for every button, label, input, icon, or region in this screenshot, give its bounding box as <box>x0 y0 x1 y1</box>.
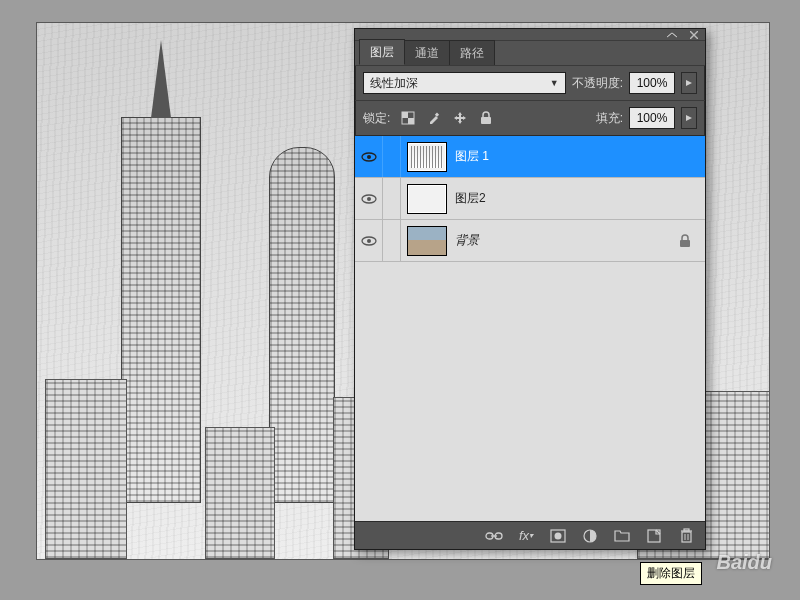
link-col[interactable] <box>383 178 401 219</box>
building-2 <box>269 147 335 503</box>
collapse-icon[interactable] <box>665 31 679 39</box>
svg-rect-3 <box>435 113 439 117</box>
svg-point-16 <box>555 532 562 539</box>
trash-icon[interactable] <box>677 527 695 545</box>
lock-paint-icon[interactable] <box>426 110 442 126</box>
visibility-toggle[interactable] <box>355 178 383 219</box>
svg-point-6 <box>367 155 371 159</box>
mask-icon[interactable] <box>549 527 567 545</box>
layer-thumbnail[interactable] <box>407 142 447 172</box>
link-col[interactable] <box>383 220 401 261</box>
lock-transparency-icon[interactable] <box>400 110 416 126</box>
layer-row-1[interactable]: 图层 1 <box>355 136 705 178</box>
fill-input[interactable]: 100% <box>629 107 675 129</box>
opacity-input[interactable]: 100% <box>629 72 675 94</box>
opacity-label: 不透明度: <box>572 75 623 92</box>
svg-rect-4 <box>481 117 491 124</box>
svg-rect-2 <box>408 118 414 124</box>
opacity-flyout[interactable] <box>681 72 697 94</box>
tooltip-delete-layer: 删除图层 <box>640 562 702 585</box>
watermark: Baidu <box>716 551 772 574</box>
tab-channels[interactable]: 通道 <box>404 40 450 65</box>
layer-thumbnail[interactable] <box>407 184 447 214</box>
close-icon[interactable] <box>687 31 701 39</box>
link-layers-icon[interactable] <box>485 527 503 545</box>
svg-rect-21 <box>684 529 689 531</box>
lock-move-icon[interactable] <box>452 110 468 126</box>
svg-rect-1 <box>402 112 408 118</box>
lock-fill-row: 锁定: 填充: 100% <box>355 100 705 135</box>
blend-opacity-row: 线性加深 ▼ 不透明度: 100% <box>355 65 705 100</box>
panel-tabs: 图层 通道 路径 <box>355 41 705 65</box>
layers-panel: 图层 通道 路径 线性加深 ▼ 不透明度: 100% 锁定: <box>354 28 706 550</box>
chevron-down-icon: ▼ <box>550 78 559 88</box>
layers-list: 图层 1 图层2 背景 <box>355 135 705 521</box>
layer-row-2[interactable]: 图层2 <box>355 178 705 220</box>
new-layer-icon[interactable] <box>645 527 663 545</box>
group-icon[interactable] <box>613 527 631 545</box>
tab-paths[interactable]: 路径 <box>449 40 495 65</box>
svg-point-8 <box>367 197 371 201</box>
tab-layers[interactable]: 图层 <box>359 39 405 65</box>
visibility-toggle[interactable] <box>355 136 383 177</box>
svg-point-10 <box>367 239 371 243</box>
blend-mode-dropdown[interactable]: 线性加深 ▼ <box>363 72 566 94</box>
fill-flyout[interactable] <box>681 107 697 129</box>
fill-label: 填充: <box>596 110 623 127</box>
svg-rect-19 <box>682 532 691 542</box>
building-low-1 <box>45 379 127 559</box>
layer-name[interactable]: 背景 <box>455 232 479 249</box>
layers-bottom-bar: fx▾ <box>355 521 705 549</box>
layer-name[interactable]: 图层 1 <box>455 148 489 165</box>
layer-thumbnail[interactable] <box>407 226 447 256</box>
adjustment-icon[interactable] <box>581 527 599 545</box>
building-low-2 <box>205 427 275 559</box>
fx-label: fx <box>519 528 529 543</box>
blend-mode-value: 线性加深 <box>370 75 418 92</box>
fx-icon[interactable]: fx▾ <box>517 527 535 545</box>
link-col[interactable] <box>383 136 401 177</box>
svg-rect-11 <box>680 240 690 247</box>
building-1 <box>121 117 201 503</box>
layer-row-background[interactable]: 背景 <box>355 220 705 262</box>
visibility-toggle[interactable] <box>355 220 383 261</box>
lock-label: 锁定: <box>363 110 390 127</box>
layer-name[interactable]: 图层2 <box>455 190 486 207</box>
lock-icon <box>679 234 691 248</box>
lock-all-icon[interactable] <box>478 110 494 126</box>
lock-icons <box>400 110 494 126</box>
